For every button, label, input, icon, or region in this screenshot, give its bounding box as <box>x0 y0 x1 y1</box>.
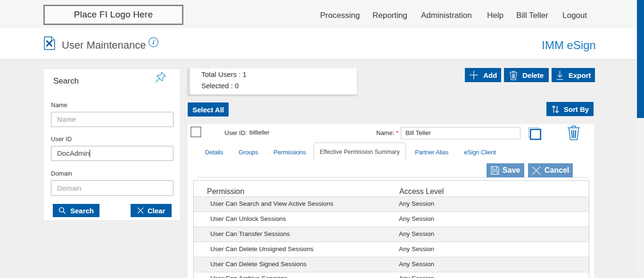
svg-text:i: i <box>153 39 155 46</box>
